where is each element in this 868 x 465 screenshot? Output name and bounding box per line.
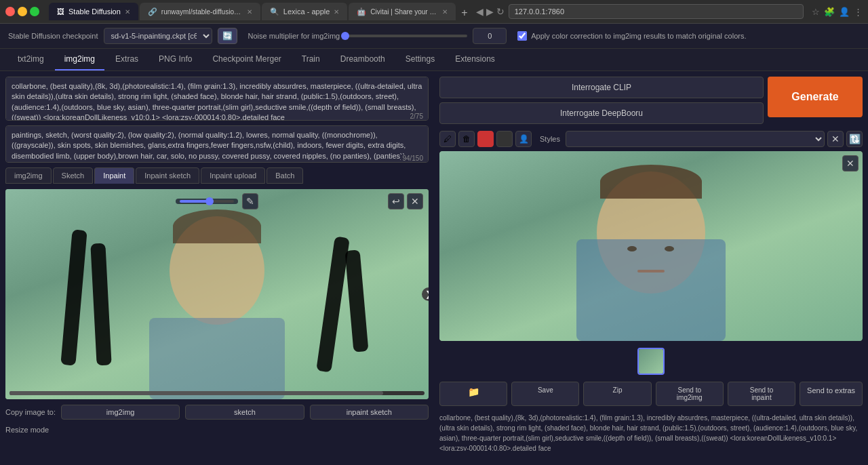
tab-png-info[interactable]: PNG Info — [149, 49, 201, 70]
tab-stable-diffusion[interactable]: 🖼 Stable Diffusion ✕ — [49, 3, 138, 20]
noise-value-input[interactable] — [473, 28, 507, 44]
tab-img2img[interactable]: img2img — [55, 49, 104, 70]
tab-runwayml[interactable]: 🔗 runwayml/stable-diffusion-inpa... ✕ — [140, 3, 260, 20]
brush-slider-thumb[interactable] — [205, 197, 214, 205]
tab-label3: Lexica - apple — [283, 7, 330, 16]
brush-size-control[interactable] — [176, 199, 238, 204]
style-icon-pencil[interactable]: 🖊 — [439, 131, 456, 147]
brush-settings-btn[interactable]: ✎ — [242, 193, 258, 209]
tab-txt2img[interactable]: txt2img — [8, 49, 54, 70]
copy-to-img2img-btn[interactable]: img2img — [61, 405, 180, 420]
body-shape — [149, 318, 285, 399]
canvas-scroll-thumb — [9, 391, 383, 395]
mode-tab-sketch[interactable]: Sketch — [53, 167, 94, 184]
nav-buttons: ◀ ▶ ↻ — [476, 6, 505, 17]
tab-train[interactable]: Train — [292, 49, 330, 70]
send-to-inpaint-btn[interactable]: Send to inpaint — [728, 382, 795, 406]
tab-settings[interactable]: Settings — [396, 49, 444, 70]
tab-close-btn[interactable]: ✕ — [125, 8, 130, 16]
tab-checkpoint-merger[interactable]: Checkpoint Merger — [203, 49, 290, 70]
tab-extras[interactable]: Extras — [106, 49, 148, 70]
send-img2img-label: Send to img2img — [677, 386, 703, 401]
browser-chrome: 🖼 Stable Diffusion ✕ 🔗 runwayml/stable-d… — [0, 0, 868, 24]
negative-prompt-container: 94/150 — [5, 125, 429, 165]
style-select[interactable] — [566, 131, 825, 147]
style-icon-trash[interactable]: 🗑 — [458, 131, 475, 147]
checkpoint-label: Stable Diffusion checkpoint — [8, 32, 98, 40]
copy-to-inpaint-sketch-btn[interactable]: inpaint sketch — [310, 405, 429, 420]
tab-dreambooth[interactable]: Dreambooth — [331, 49, 395, 70]
mode-tabs: img2img Sketch Inpaint Inpaint sketch In… — [5, 167, 429, 184]
mode-tab-inpaint-sketch[interactable]: Inpaint sketch — [136, 167, 199, 184]
canvas-close-btn[interactable]: ✕ — [407, 193, 423, 209]
back-btn[interactable]: ◀ — [476, 6, 484, 17]
tab-civitai[interactable]: 🤖 Civitai | Share your models ✕ — [349, 3, 456, 20]
extensions-icon[interactable]: 🧩 — [824, 7, 835, 17]
style-add-btn[interactable]: ✕ — [827, 131, 844, 147]
zip-btn[interactable]: Zip — [583, 382, 651, 406]
tab-close-btn3[interactable]: ✕ — [334, 8, 339, 16]
result-eye-right — [665, 246, 674, 251]
thumbnail-img — [639, 349, 663, 373]
new-tab-btn[interactable]: + — [457, 5, 471, 20]
interrogate-clip-btn[interactable]: Interrogate CLIP — [439, 77, 764, 98]
reload-btn[interactable]: ↻ — [496, 6, 505, 17]
brush-control: ✎ — [176, 193, 258, 209]
forward-btn[interactable]: ▶ — [486, 6, 494, 17]
result-hair — [600, 165, 702, 199]
main-content: 2/75 94/150 img2img Sketch Inpaint Inpai… — [0, 71, 868, 456]
noise-slider-track — [345, 35, 467, 37]
send-inpaint-label: Send to inpaint — [750, 386, 773, 401]
refresh-btn[interactable]: 🔄 — [218, 28, 237, 44]
save-label: Save — [538, 386, 553, 394]
style-icon-black[interactable] — [496, 131, 513, 147]
bookmark-icon[interactable]: ☆ — [812, 7, 820, 17]
inpaint-canvas[interactable]: ↩ ✕ ✎ ❯ — [5, 189, 429, 399]
mode-tab-inpaint-upload[interactable]: Inpaint upload — [201, 167, 265, 184]
mode-tab-batch[interactable]: Batch — [267, 167, 303, 184]
folder-btn[interactable]: 📁 — [439, 382, 507, 406]
left-panel: 2/75 94/150 img2img Sketch Inpaint Inpai… — [0, 71, 434, 456]
tab-extensions[interactable]: Extensions — [446, 49, 505, 70]
tab-lexica[interactable]: 🔍 Lexica - apple ✕ — [262, 3, 348, 20]
address-bar[interactable]: 127.0.0.1:7860 — [509, 4, 804, 19]
style-icon-red[interactable] — [477, 131, 494, 147]
style-icon-user[interactable]: 👤 — [515, 131, 532, 147]
settings-icon[interactable]: ⋮ — [854, 7, 863, 17]
canvas-undo-btn[interactable]: ↩ — [388, 193, 404, 209]
tab-favicon2: 🔗 — [148, 7, 157, 16]
nav-tabs: txt2img img2img Extras PNG Info Checkpoi… — [0, 49, 868, 71]
tab-close-btn2[interactable]: ✕ — [247, 8, 252, 16]
resize-mode-label: Resize mode — [5, 426, 49, 434]
mode-tab-img2img[interactable]: img2img — [5, 167, 52, 184]
checkpoint-select[interactable]: sd-v1-5-inpainting.ckpt [c6bbc15e32] — [104, 28, 212, 44]
mode-tab-inpaint[interactable]: Inpaint — [94, 167, 134, 184]
noise-slider-thumb[interactable] — [341, 32, 349, 40]
window-close-btn[interactable] — [5, 7, 15, 16]
canvas-toolbar: ↩ ✕ — [388, 193, 423, 209]
thumbnail-strip — [439, 345, 863, 378]
folder-icon: 📁 — [468, 386, 479, 397]
window-max-btn[interactable] — [30, 7, 39, 16]
negative-token-counter: 94/150 — [401, 155, 425, 162]
negative-prompt-input[interactable] — [5, 125, 429, 163]
generate-btn[interactable]: Generate — [768, 77, 863, 117]
interrogate-deepbooru-btn[interactable]: Interrogate DeepBooru — [439, 102, 764, 124]
profile-icon[interactable]: 👤 — [839, 7, 850, 17]
result-close-btn[interactable]: ✕ — [842, 155, 859, 171]
send-to-extras-btn[interactable]: Send to extras — [800, 382, 863, 406]
result-thumbnail[interactable] — [637, 348, 665, 375]
canvas-scroll[interactable] — [9, 391, 425, 395]
noise-section: Noise multiplier for img2img — [248, 28, 507, 44]
color-correction-checkbox[interactable] — [517, 31, 527, 41]
tab-close-btn4[interactable]: ✕ — [442, 8, 448, 16]
result-body — [576, 239, 726, 341]
send-to-img2img-btn[interactable]: Send to img2img — [656, 382, 724, 406]
positive-prompt-input[interactable] — [5, 77, 429, 121]
style-apply-btn[interactable]: 🔃 — [846, 131, 863, 147]
save-btn[interactable]: Save — [511, 382, 579, 406]
window-min-btn[interactable] — [18, 7, 27, 16]
noise-slider[interactable] — [345, 31, 467, 41]
copy-to-sketch-btn[interactable]: sketch — [185, 405, 304, 420]
style-icon-group: 🖊 🗑 👤 — [439, 131, 532, 147]
